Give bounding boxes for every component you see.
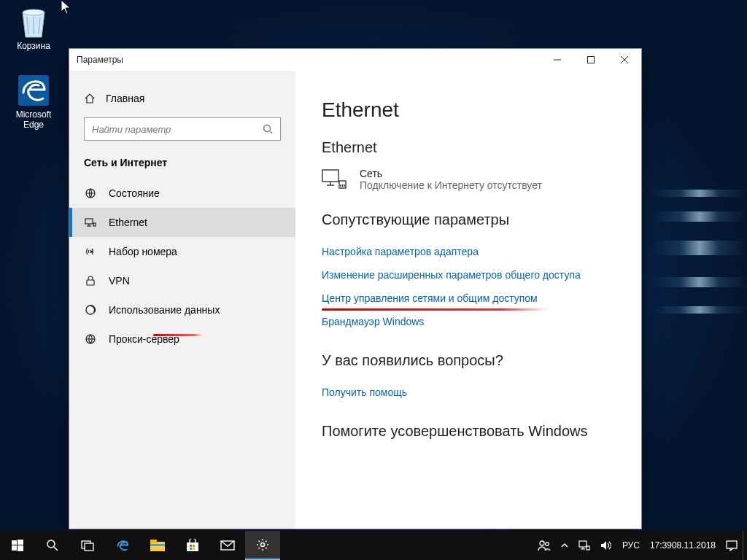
sidebar-item-status[interactable]: Состояние (69, 179, 295, 208)
taskbar-taskview[interactable] (70, 531, 105, 560)
category-header: Сеть и Интернет (69, 157, 295, 179)
sidebar-item-proxy[interactable]: Прокси-сервер (69, 324, 295, 354)
link-advanced-sharing[interactable]: Изменение расширенных параметров общего … (322, 263, 619, 287)
taskbar-settings[interactable] (245, 531, 280, 560)
tray-language[interactable]: РУС (617, 531, 645, 560)
tray-chevron-up-icon[interactable] (556, 531, 573, 560)
dialup-icon (84, 246, 97, 257)
sidebar-item-label: Состояние (109, 187, 160, 199)
svg-rect-38 (193, 545, 195, 547)
status-icon (84, 187, 97, 199)
network-monitor-icon (322, 169, 347, 191)
link-get-help[interactable]: Получить помощь (322, 381, 619, 404)
svg-rect-28 (18, 545, 23, 551)
start-button[interactable] (0, 531, 35, 560)
svg-rect-49 (727, 541, 737, 548)
annotation-underline (153, 334, 203, 336)
datausage-icon (84, 304, 97, 316)
desktop-icon-recycle-bin[interactable]: Корзина (6, 4, 61, 51)
tray-notifications-icon[interactable] (721, 531, 743, 560)
wallpaper-streak (652, 211, 747, 222)
search-box[interactable] (84, 117, 281, 141)
taskbar-mail[interactable] (210, 531, 245, 560)
maximize-button[interactable] (574, 49, 608, 71)
tray-time: 17:39 (650, 541, 672, 551)
page-title: Ethernet (322, 98, 619, 122)
window-title: Параметры (77, 55, 123, 65)
edge-icon (16, 73, 51, 108)
svg-point-42 (261, 543, 265, 547)
tray-date: 08.11.2018 (672, 541, 716, 551)
svg-rect-45 (579, 541, 587, 547)
sidebar-item-label: Набор номера (109, 246, 177, 257)
show-desktop-button[interactable] (743, 531, 747, 560)
sidebar-item-label: VPN (109, 275, 130, 287)
svg-rect-9 (85, 219, 93, 224)
sidebar-item-label: Ethernet (109, 217, 147, 228)
tray-volume-icon[interactable] (595, 531, 617, 560)
svg-rect-34 (150, 540, 157, 543)
close-button[interactable] (608, 49, 641, 71)
svg-line-7 (270, 131, 272, 133)
svg-rect-32 (85, 543, 93, 551)
tray-clock[interactable]: 17:39 08.11.2018 (645, 531, 721, 560)
home-label: Главная (106, 93, 144, 104)
section-heading-related: Сопутствующие параметры (322, 211, 619, 228)
link-firewall[interactable]: Брандмауэр Windows (322, 310, 619, 333)
minimize-button[interactable] (541, 49, 574, 71)
search-icon (263, 124, 273, 134)
sidebar-item-label: Использование данных (109, 304, 220, 316)
taskbar-explorer[interactable] (140, 531, 175, 560)
home-link[interactable]: Главная (69, 93, 295, 117)
svg-point-44 (546, 542, 549, 546)
proxy-icon (84, 333, 97, 345)
taskbar-search[interactable] (35, 531, 70, 560)
sidebar-item-ethernet[interactable]: Ethernet (69, 208, 295, 237)
svg-point-29 (47, 540, 55, 548)
sidebar: Главная Сеть и Интернет Состояние Ethern… (69, 71, 295, 529)
svg-point-0 (23, 9, 44, 15)
sidebar-item-vpn[interactable]: VPN (69, 266, 295, 295)
svg-rect-48 (587, 546, 589, 550)
content-pane: Ethernet Ethernet Сеть Подключение к Инт… (295, 71, 641, 529)
network-name: Сеть (360, 168, 542, 179)
desktop-icon-label: Microsoft Edge (6, 109, 61, 130)
link-adapter-settings[interactable]: Настройка параметров адаптера (322, 240, 619, 263)
desktop-icon-edge[interactable]: Microsoft Edge (6, 73, 61, 130)
sidebar-item-dialup[interactable]: Набор номера (69, 237, 295, 266)
tray-people[interactable] (533, 531, 556, 560)
taskbar-store[interactable] (175, 531, 210, 560)
ethernet-icon (84, 217, 97, 228)
titlebar[interactable]: Параметры (69, 49, 641, 71)
svg-rect-26 (18, 540, 23, 545)
search-input[interactable] (92, 124, 263, 135)
svg-rect-27 (12, 545, 17, 551)
svg-rect-37 (190, 545, 192, 547)
svg-rect-12 (93, 223, 96, 226)
tray-network-icon[interactable] (573, 531, 595, 560)
section-heading-improve: Помогите усовершенствовать Windows (322, 423, 619, 440)
section-heading-ethernet: Ethernet (322, 139, 619, 156)
link-network-center[interactable]: Центр управления сетями и общим доступом (322, 287, 619, 310)
vpn-icon (84, 275, 97, 287)
taskbar-edge[interactable] (105, 531, 140, 560)
system-tray: РУС 17:39 08.11.2018 (533, 531, 747, 560)
desktop-icon-label: Корзина (6, 41, 61, 51)
svg-point-43 (540, 541, 544, 545)
svg-rect-18 (322, 170, 338, 182)
svg-rect-39 (190, 548, 192, 550)
sidebar-item-datausage[interactable]: Использование данных (69, 295, 295, 324)
cursor-icon (61, 0, 71, 15)
wallpaper-streak (652, 306, 747, 314)
svg-rect-14 (87, 280, 94, 285)
svg-point-6 (264, 125, 271, 132)
svg-rect-35 (150, 544, 165, 546)
wallpaper-streak (652, 241, 747, 255)
network-entry[interactable]: Сеть Подключение к Интернету отсутствует (322, 168, 619, 191)
svg-line-30 (54, 547, 58, 551)
taskbar: РУС 17:39 08.11.2018 (0, 531, 747, 560)
settings-window: Параметры Главная Сеть и Интернет Состоя… (69, 48, 642, 529)
svg-rect-25 (12, 540, 17, 545)
wallpaper-streak (652, 190, 747, 197)
network-status: Подключение к Интернету отсутствует (360, 179, 542, 191)
